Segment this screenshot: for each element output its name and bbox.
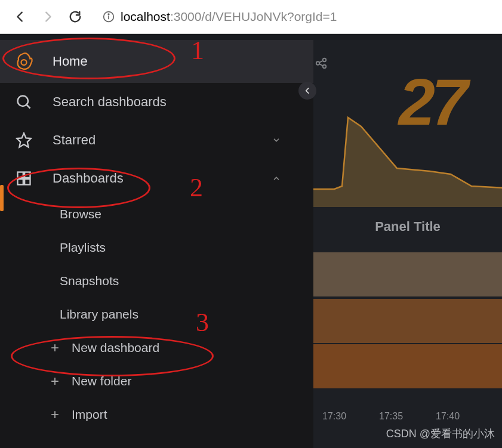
- svg-point-4: [323, 58, 327, 62]
- heat-row-1: [313, 252, 502, 296]
- sidebar-item-label: Search dashboards: [53, 94, 167, 110]
- collapse-sidebar-button[interactable]: [298, 82, 316, 100]
- plus-icon: +: [49, 406, 61, 423]
- svg-rect-15: [24, 179, 30, 184]
- time-tick: 17:35: [379, 411, 403, 422]
- plus-icon: +: [49, 339, 61, 356]
- sidebar-item-label: Library panels: [60, 307, 138, 322]
- svg-point-3: [316, 61, 320, 65]
- svg-rect-14: [18, 179, 23, 184]
- svg-point-8: [21, 60, 27, 65]
- star-icon: [13, 132, 35, 149]
- workspace: 27 Panel Title 17:30 17:35 17:40: [0, 34, 502, 448]
- url-bar[interactable]: localhost:3000/d/VEHUJoNVk?orgId=1: [94, 6, 490, 27]
- sidebar-item-label: New dashboard: [72, 341, 159, 355]
- sidebar-item-search[interactable]: Search dashboards: [0, 83, 313, 121]
- sidebar-item-home[interactable]: Home: [0, 40, 313, 83]
- time-tick: 17:30: [322, 411, 346, 422]
- sidebar-item-label: Snapshots: [60, 274, 119, 288]
- sidebar: Home Search dashboards Starred Dashboard…: [0, 40, 313, 448]
- sparkline-chart: [313, 103, 502, 207]
- sidebar-subitem-snapshots[interactable]: Snapshots: [0, 264, 313, 298]
- forward-button[interactable]: [39, 8, 56, 25]
- svg-line-6: [319, 61, 323, 63]
- sidebar-subitem-library-panels[interactable]: Library panels: [0, 298, 313, 331]
- time-axis: 17:30 17:35 17:40: [313, 411, 502, 422]
- sidebar-item-dashboards[interactable]: Dashboards: [0, 159, 313, 197]
- svg-point-9: [18, 96, 29, 107]
- active-indicator: [0, 185, 4, 211]
- sidebar-item-starred[interactable]: Starred: [0, 121, 313, 159]
- svg-point-5: [323, 65, 327, 69]
- browser-toolbar: localhost:3000/d/VEHUJoNVk?orgId=1: [0, 0, 502, 34]
- url-text: localhost:3000/d/VEHUJoNVk?orgId=1: [121, 10, 337, 24]
- svg-rect-13: [24, 172, 30, 178]
- share-icon[interactable]: [315, 57, 328, 70]
- sidebar-item-label: Starred: [53, 132, 96, 148]
- sidebar-subitem-import[interactable]: + Import: [0, 398, 313, 431]
- grafana-logo-icon: [13, 51, 35, 72]
- main-panel-area: 27 Panel Title 17:30 17:35 17:40: [313, 40, 502, 448]
- plus-icon: +: [49, 373, 61, 390]
- sidebar-item-label: Home: [53, 54, 88, 69]
- sidebar-item-label: New folder: [72, 374, 131, 388]
- sidebar-subitem-browse[interactable]: Browse: [0, 197, 313, 231]
- sidebar-item-label: Dashboards: [53, 171, 124, 186]
- sidebar-item-label: Import: [72, 407, 107, 422]
- watermark: CSDN @爱看书的小沐: [386, 427, 495, 441]
- svg-line-7: [319, 64, 323, 66]
- svg-rect-12: [18, 172, 23, 178]
- search-icon: [13, 94, 35, 110]
- site-info-icon[interactable]: [103, 11, 115, 23]
- sidebar-subitem-playlists[interactable]: Playlists: [0, 231, 313, 264]
- reload-button[interactable]: [67, 8, 84, 25]
- sidebar-subitem-new-dashboard[interactable]: + New dashboard: [0, 331, 313, 364]
- dashboards-icon: [13, 170, 35, 187]
- svg-marker-11: [17, 133, 30, 147]
- back-button[interactable]: [12, 8, 29, 25]
- heat-row-2: [313, 299, 502, 343]
- heat-row-3: [313, 344, 502, 388]
- chevron-up-icon: [272, 174, 281, 183]
- chevron-down-icon: [272, 136, 281, 144]
- sidebar-item-label: Browse: [60, 207, 101, 221]
- svg-point-2: [108, 14, 109, 15]
- panel-title: Panel Title: [313, 219, 502, 234]
- sidebar-item-label: Playlists: [60, 240, 106, 255]
- svg-line-10: [27, 105, 30, 109]
- sidebar-subitem-new-folder[interactable]: + New folder: [0, 364, 313, 398]
- time-tick: 17:40: [436, 411, 460, 422]
